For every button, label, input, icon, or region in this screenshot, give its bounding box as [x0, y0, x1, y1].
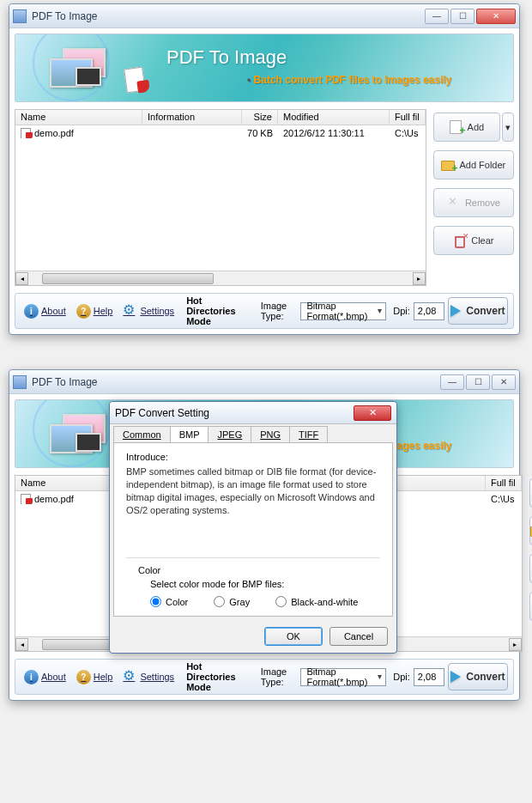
settings-label: Settings — [140, 672, 174, 682]
scroll-left-icon[interactable]: ◂ — [15, 272, 28, 285]
play-icon — [450, 671, 461, 683]
convert-label: Convert — [466, 305, 505, 317]
radio-gray[interactable]: Gray — [214, 596, 250, 607]
scroll-right-icon[interactable]: ▸ — [509, 638, 522, 651]
ok-button[interactable]: OK — [264, 627, 323, 646]
hot-directories-label: Hot Directories Mode — [186, 661, 254, 692]
convert-button[interactable]: Convert — [448, 297, 508, 325]
dialog-close-button[interactable]: ✕ — [354, 405, 391, 421]
col-modified[interactable]: Modified — [278, 110, 390, 125]
about-label: About — [41, 672, 66, 682]
radio-color[interactable]: Color — [150, 596, 188, 607]
file-list[interactable]: Name Information Size Modified Full fil … — [15, 109, 426, 286]
bottom-toolbar: iAbout ?Help ⚙Settings Hot Directories M… — [15, 293, 514, 329]
cell-size: 70 KB — [242, 128, 278, 138]
col-size[interactable]: Size — [242, 110, 278, 125]
table-row[interactable]: demo.pdf 70 KB 2012/6/12 11:30:11 C:\Us — [15, 125, 426, 141]
app-icon — [13, 375, 27, 389]
help-icon: ? — [76, 304, 91, 319]
scroll-left-icon[interactable]: ◂ — [15, 638, 28, 651]
tab-png[interactable]: PNG — [251, 426, 290, 442]
about-icon: i — [24, 304, 39, 319]
add-file-icon — [450, 120, 463, 134]
remove-icon — [447, 196, 461, 210]
color-label: Color — [138, 565, 380, 575]
gear-icon: ⚙ — [123, 304, 137, 319]
dpi-input[interactable] — [414, 302, 444, 320]
clear-button[interactable]: Clear — [433, 226, 514, 255]
play-icon — [450, 305, 461, 317]
banner-title: PDF To Image — [166, 46, 287, 69]
close-button[interactable]: ✕ — [476, 9, 516, 24]
pdf-icon — [21, 128, 31, 138]
settings-link[interactable]: ⚙Settings — [119, 304, 178, 319]
convert-label: Convert — [466, 671, 505, 683]
main-titlebar[interactable]: PDF To Image — ☐ ✕ — [9, 4, 519, 28]
about-icon: i — [24, 670, 39, 684]
maximize-button[interactable]: ☐ — [450, 9, 475, 24]
col-name[interactable]: Name — [15, 110, 142, 125]
cancel-button[interactable]: Cancel — [329, 627, 388, 646]
minimize-button[interactable]: — — [440, 374, 464, 390]
banner: PDF To Image Batch convert PDF files to … — [15, 33, 514, 102]
introduce-text: BMP sometimes called bitmap or DIB file … — [126, 465, 380, 516]
divider — [126, 557, 380, 558]
close-button[interactable]: ✕ — [492, 374, 516, 390]
settings-dialog: PDF Convert Setting ✕ Common BMP JPEG PN… — [109, 401, 397, 654]
col-information[interactable]: Information — [142, 110, 242, 125]
help-link[interactable]: ?Help — [73, 670, 117, 684]
help-icon: ? — [76, 670, 91, 684]
dialog-titlebar[interactable]: PDF Convert Setting ✕ — [110, 402, 396, 424]
radio-color-input[interactable] — [150, 596, 161, 607]
introduce-label: Introduce: — [126, 452, 380, 462]
about-link[interactable]: iAbout — [21, 670, 70, 684]
col-full-file[interactable]: Full fil — [390, 110, 426, 125]
tab-bmp[interactable]: BMP — [170, 426, 209, 442]
image-type-select[interactable]: Bitmap Format(*.bmp) — [300, 302, 386, 320]
about-link[interactable]: iAbout — [21, 304, 70, 319]
remove-label: Remove — [465, 198, 500, 208]
minimize-button[interactable]: — — [425, 9, 449, 24]
help-label: Help — [94, 306, 113, 316]
col-full-file[interactable]: Full fil — [486, 476, 522, 490]
help-link[interactable]: ?Help — [73, 304, 117, 319]
banner-artwork — [41, 41, 136, 96]
dpi-input[interactable] — [414, 668, 444, 686]
help-label: Help — [94, 672, 113, 682]
tab-common[interactable]: Common — [113, 426, 171, 442]
cell-full: C:\Us — [486, 494, 522, 504]
dpi-label: Dpi: — [393, 306, 410, 316]
settings-link[interactable]: ⚙Settings — [119, 670, 178, 684]
radio-color-label: Color — [166, 597, 188, 607]
convert-button[interactable]: Convert — [448, 663, 508, 690]
color-sub: Select color mode for BMP files: — [150, 579, 380, 589]
gear-icon: ⚙ — [123, 670, 137, 684]
tab-jpeg[interactable]: JPEG — [208, 426, 251, 442]
app-icon — [13, 9, 27, 23]
bottom-toolbar: iAbout ?Help ⚙Settings Hot Directories M… — [15, 659, 514, 695]
main-titlebar[interactable]: PDF To Image — ☐ ✕ — [9, 370, 519, 394]
radio-gray-input[interactable] — [214, 596, 225, 607]
file-list-header[interactable]: Name Information Size Modified Full fil — [15, 110, 426, 125]
about-label: About — [41, 306, 66, 316]
tab-tiff[interactable]: TIFF — [289, 426, 328, 442]
cell-full: C:\Us — [390, 128, 426, 138]
add-folder-button[interactable]: Add Folder — [433, 150, 514, 179]
horizontal-scrollbar[interactable]: ◂ ▸ — [15, 271, 426, 285]
add-button[interactable]: Add — [433, 113, 500, 142]
clear-label: Clear — [471, 235, 493, 246]
maximize-button[interactable]: ☐ — [466, 374, 490, 390]
hot-directories-label: Hot Directories Mode — [186, 295, 254, 326]
radio-bw-label: Black-and-white — [291, 597, 358, 607]
image-type-label: Image Type: — [261, 666, 298, 687]
image-type-select[interactable]: Bitmap Format(*.bmp) — [300, 668, 386, 686]
remove-button[interactable]: Remove — [433, 188, 514, 217]
scroll-thumb[interactable] — [42, 273, 214, 284]
radio-bw-input[interactable] — [275, 596, 287, 607]
add-dropdown-button[interactable]: ▾ — [502, 113, 514, 142]
scroll-right-icon[interactable]: ▸ — [413, 272, 426, 285]
clear-icon — [453, 234, 467, 247]
pdf-icon — [21, 494, 31, 504]
cell-name: demo.pdf — [34, 128, 74, 138]
radio-bw[interactable]: Black-and-white — [275, 596, 358, 607]
